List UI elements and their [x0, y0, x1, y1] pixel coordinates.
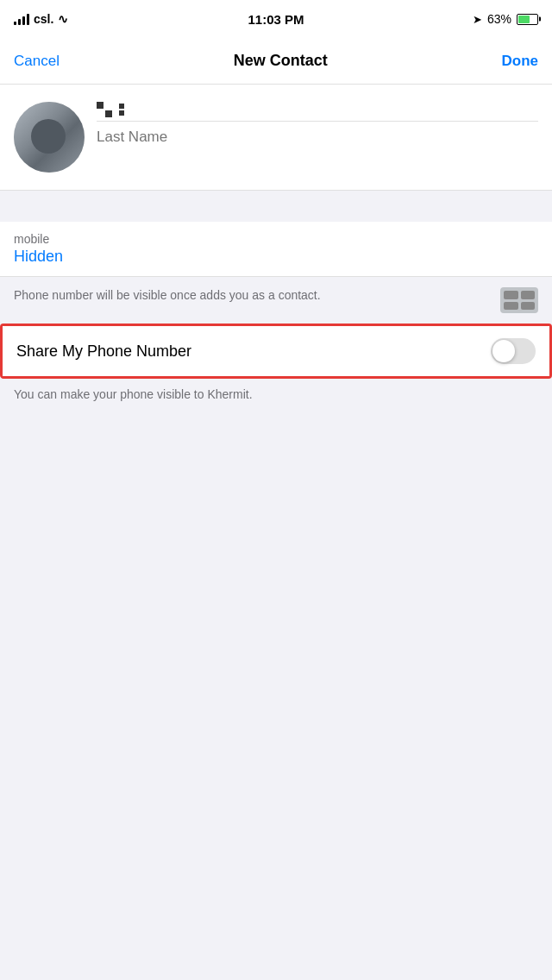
battery-icon — [517, 14, 538, 25]
info-avatar-icon — [500, 287, 538, 313]
toggle-section: Share My Phone Number — [0, 324, 552, 379]
done-button[interactable]: Done — [502, 53, 539, 70]
status-left: csl. ∿ — [14, 12, 68, 26]
status-time: 11:03 PM — [248, 12, 304, 27]
toggle-label: Share My Phone Number — [16, 342, 191, 361]
first-name-icon — [97, 102, 112, 117]
info-box: Phone number will be visible once adds y… — [0, 277, 552, 324]
status-right: ➤ 63% — [473, 12, 538, 26]
helper-text: You can make your phone visible to Kherm… — [0, 379, 552, 410]
avatar[interactable] — [14, 102, 85, 173]
battery-percent: 63% — [487, 12, 511, 26]
last-name-row — [97, 122, 538, 146]
location-icon: ➤ — [473, 13, 482, 26]
contact-fields — [97, 102, 538, 146]
share-phone-toggle[interactable] — [491, 338, 536, 364]
toggle-knob — [492, 340, 515, 362]
signal-icon — [14, 13, 29, 25]
info-text: Phone number will be visible once adds y… — [14, 287, 490, 305]
page-title: New Contact — [234, 52, 328, 70]
toggle-row: Share My Phone Number — [3, 326, 549, 376]
carrier-label: csl. — [34, 12, 53, 26]
first-name-row — [97, 102, 538, 122]
avatar-image — [14, 102, 85, 173]
nav-bar: Cancel New Contact Done — [0, 38, 552, 85]
phone-value: Hidden — [14, 248, 538, 266]
phone-section: mobile Hidden — [0, 222, 552, 277]
phone-row: mobile Hidden — [0, 222, 552, 277]
wifi-icon: ∿ — [58, 12, 68, 26]
section-separator — [0, 191, 552, 222]
last-name-input[interactable] — [97, 129, 538, 146]
phone-label: mobile — [14, 232, 538, 246]
first-name-icon-2 — [119, 104, 131, 116]
status-bar: csl. ∿ 11:03 PM ➤ 63% — [0, 0, 552, 38]
contact-header — [0, 85, 552, 191]
cancel-button[interactable]: Cancel — [14, 53, 60, 70]
bottom-area — [0, 410, 552, 755]
